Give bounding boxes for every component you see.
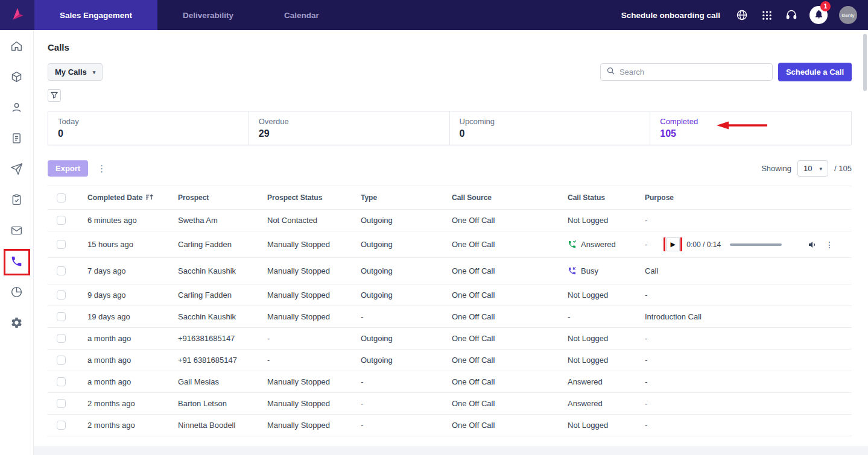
- vertical-scrollbar[interactable]: [863, 34, 867, 91]
- call-recording-player: ▶ 0:00 / 0:14 ⋮: [666, 237, 847, 251]
- completed-date-cell: 2 months ago: [87, 421, 178, 430]
- sidebar-item-emails[interactable]: [9, 224, 25, 239]
- purpose-cell: -: [645, 334, 647, 343]
- row-checkbox[interactable]: [57, 421, 66, 430]
- header-purpose[interactable]: Purpose: [645, 193, 852, 202]
- header-prospect-status[interactable]: Prospect Status: [267, 193, 361, 202]
- answered-phone-icon: [568, 240, 577, 249]
- sidebar-item-reports[interactable]: [9, 285, 25, 301]
- sidebar-item-home[interactable]: [9, 39, 25, 55]
- prospect-cell[interactable]: +91 6381685147: [178, 356, 267, 365]
- app-logo[interactable]: [0, 0, 34, 30]
- prospect-cell[interactable]: Ninnetta Boodell: [178, 421, 267, 430]
- tab-deliverability[interactable]: Deliverability: [157, 0, 259, 30]
- prospect-cell[interactable]: Sacchin Kaushik: [178, 266, 267, 275]
- schedule-onboarding-link[interactable]: Schedule onboarding call: [621, 11, 720, 20]
- row-checkbox[interactable]: [57, 399, 66, 408]
- total-count-label: / 105: [834, 164, 852, 173]
- apps-grid-icon[interactable]: [760, 8, 773, 22]
- avatar[interactable]: klenty: [839, 6, 857, 24]
- player-progress-bar[interactable]: [730, 243, 782, 246]
- player-menu-icon[interactable]: ⋮: [825, 240, 834, 249]
- prospect-status-cell: Manually Stopped: [267, 377, 361, 386]
- prospect-cell[interactable]: +916381685147: [178, 334, 267, 343]
- row-checkbox[interactable]: [57, 240, 66, 249]
- notifications-button[interactable]: 1: [809, 6, 828, 24]
- select-all-checkbox[interactable]: [57, 193, 66, 202]
- prospect-cell[interactable]: Carling Fadden: [178, 240, 267, 249]
- call-status-label: Busy: [581, 266, 598, 275]
- export-button[interactable]: Export: [48, 160, 88, 177]
- call-status-cell: Answered: [568, 240, 645, 249]
- play-icon: ▶: [671, 240, 676, 248]
- prospect-cell[interactable]: Gail Mesias: [178, 377, 267, 386]
- sidebar-item-tasks[interactable]: [9, 193, 25, 209]
- row-checkbox[interactable]: [57, 312, 66, 321]
- prospect-status-cell: -: [267, 334, 361, 343]
- table-row[interactable]: 2 months ago Barton Letson Manually Stop…: [48, 393, 852, 415]
- call-stats-cards: Today 0 Overdue 29 Upcoming 0 Completed …: [48, 111, 852, 145]
- table-row[interactable]: 19 days ago Sacchin Kaushik Manually Sto…: [48, 306, 852, 328]
- stat-today[interactable]: Today 0: [48, 111, 249, 145]
- more-options-icon[interactable]: ⋮: [97, 163, 107, 174]
- type-cell: Outgoing: [361, 216, 452, 225]
- purpose-cell: -: [645, 290, 647, 300]
- header-call-source[interactable]: Call Source: [452, 193, 568, 202]
- table-row[interactable]: 15 hours ago Carling Fadden Manually Sto…: [48, 231, 852, 258]
- table-row[interactable]: a month ago +91 6381685147 - Outgoing On…: [48, 350, 852, 371]
- stat-label: Today: [58, 117, 239, 126]
- table-row[interactable]: a month ago +916381685147 - Outgoing One…: [48, 328, 852, 350]
- prospect-cell[interactable]: Carling Fadden: [178, 290, 267, 300]
- call-status-cell: Busy: [568, 266, 645, 275]
- header-prospect[interactable]: Prospect: [178, 193, 267, 202]
- row-checkbox[interactable]: [57, 334, 66, 343]
- table-row[interactable]: 6 minutes ago Swetha Am Not Contacted Ou…: [48, 210, 852, 231]
- sidebar-item-settings[interactable]: [9, 316, 25, 331]
- table-row[interactable]: 9 days ago Carling Fadden Manually Stopp…: [48, 284, 852, 306]
- stat-upcoming[interactable]: Upcoming 0: [450, 111, 651, 145]
- my-calls-dropdown[interactable]: My Calls ▾: [48, 63, 103, 81]
- sort-icon[interactable]: [145, 193, 153, 202]
- row-checkbox[interactable]: [57, 216, 66, 225]
- call-source-cell: One Off Call: [452, 216, 568, 225]
- row-checkbox[interactable]: [57, 290, 66, 300]
- page-title: Calls: [48, 42, 852, 52]
- prospect-cell[interactable]: Barton Letson: [178, 399, 267, 408]
- row-checkbox[interactable]: [57, 266, 66, 275]
- stat-label: Upcoming: [460, 117, 641, 126]
- stat-overdue[interactable]: Overdue 29: [249, 111, 450, 145]
- phone-icon: [10, 255, 23, 270]
- sidebar-item-campaigns[interactable]: [9, 162, 25, 178]
- table-row[interactable]: a month ago Gail Mesias Manually Stopped…: [48, 371, 852, 393]
- table-row[interactable]: 2 months ago Ninnetta Boodell Manually S…: [48, 415, 852, 436]
- completed-date-cell: 7 days ago: [87, 266, 178, 275]
- prospect-cell[interactable]: Sacchin Kaushik: [178, 312, 267, 321]
- sidebar-item-calls[interactable]: [9, 254, 25, 270]
- prospect-cell[interactable]: Swetha Am: [178, 216, 267, 225]
- sidebar-item-cadences[interactable]: [9, 131, 25, 147]
- filter-button[interactable]: [48, 89, 61, 102]
- search-input[interactable]: [619, 67, 767, 77]
- row-checkbox[interactable]: [57, 377, 66, 386]
- header-type[interactable]: Type: [361, 193, 452, 202]
- schedule-call-button[interactable]: Schedule a Call: [778, 63, 852, 81]
- completed-date-cell: 2 months ago: [87, 399, 178, 408]
- header-completed-date[interactable]: Completed Date: [87, 193, 178, 202]
- header-label: Completed Date: [87, 193, 142, 202]
- header-call-status[interactable]: Call Status: [568, 193, 645, 202]
- call-status-cell: -: [568, 312, 645, 321]
- table-row[interactable]: 7 days ago Sacchin Kaushik Manually Stop…: [48, 258, 852, 284]
- headset-icon[interactable]: [785, 8, 798, 22]
- stat-completed[interactable]: Completed 105: [650, 111, 851, 145]
- page-size-select[interactable]: 10 ▾: [797, 160, 828, 177]
- stat-value: 0: [460, 128, 641, 139]
- sidebar-item-products[interactable]: [9, 70, 25, 86]
- sidebar-item-prospects[interactable]: [9, 101, 25, 116]
- row-checkbox[interactable]: [57, 356, 66, 365]
- play-button[interactable]: ▶: [666, 237, 680, 251]
- tab-calendar[interactable]: Calendar: [259, 0, 344, 30]
- globe-icon[interactable]: [735, 8, 749, 22]
- tab-sales-engagement[interactable]: Sales Engagement: [34, 0, 157, 30]
- volume-icon[interactable]: [808, 240, 817, 249]
- document-icon: [10, 132, 23, 147]
